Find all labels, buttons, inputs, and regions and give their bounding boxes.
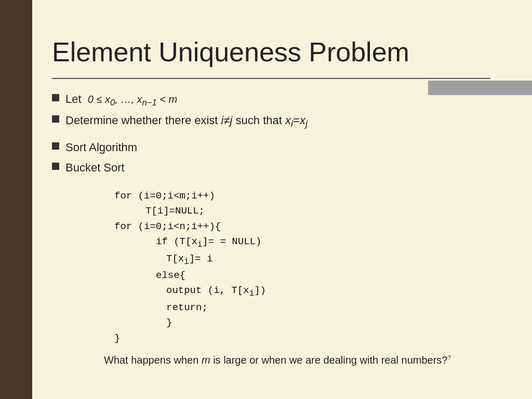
slide-content: Element Uniqueness Problem Let 0 ≤ x0, ……: [52, 21, 490, 366]
left-bar: [0, 0, 32, 399]
bullet-item-2: Determine whether there exist i≠j such t…: [52, 113, 490, 130]
bullet-icon-3: [52, 142, 59, 150]
bullet-text-2: Determine whether there exist i≠j such t…: [65, 113, 308, 130]
bullet-icon-4: [52, 163, 59, 170]
code-line-10: }: [114, 331, 490, 346]
bullet-item-4: Bucket Sort: [52, 160, 490, 176]
slide-title: Element Uniqueness Problem: [52, 36, 490, 68]
math-formula-1: 0 ≤ x0, …, xn−1 < m: [88, 92, 177, 109]
bullet-text-4: Bucket Sort: [65, 160, 125, 176]
code-line-4: if (T[xi]= = NULL): [156, 234, 490, 251]
code-line-1: for (i=0;i<m;i++): [114, 189, 490, 204]
bullet-icon-1: [52, 94, 59, 101]
code-line-3: for (i=0;i<n;i++){: [114, 219, 490, 234]
code-line-5: T[xi]= i: [166, 251, 490, 268]
code-line-6: else{: [156, 268, 490, 283]
code-block: for (i=0;i<m;i++) T[i]=NULL; for (i=0;i<…: [114, 189, 490, 346]
divider: [52, 78, 490, 79]
bullet-item-1: Let 0 ≤ x0, …, xn−1 < m: [52, 91, 490, 109]
bullet-text-1: Let 0 ≤ x0, …, xn−1 < m: [65, 91, 177, 109]
code-line-7: output (i, T[xi]): [166, 283, 490, 300]
footer-text: What happens when m is large or when we …: [104, 354, 490, 366]
bullet-group-2: Sort Algorithm Bucket Sort: [52, 140, 490, 176]
code-line-2: T[i]=NULL;: [145, 204, 490, 219]
bullet-group-1: Let 0 ≤ x0, …, xn−1 < m Determine whethe…: [52, 91, 490, 130]
bullet-item-3: Sort Algorithm: [52, 140, 490, 156]
top-right-block: [428, 81, 532, 95]
code-line-8: return;: [166, 300, 490, 315]
bullet-text-3: Sort Algorithm: [65, 140, 137, 156]
code-line-9: }: [166, 315, 490, 330]
bullet-icon-2: [52, 115, 59, 123]
slide: Element Uniqueness Problem Let 0 ≤ x0, ……: [0, 0, 532, 399]
